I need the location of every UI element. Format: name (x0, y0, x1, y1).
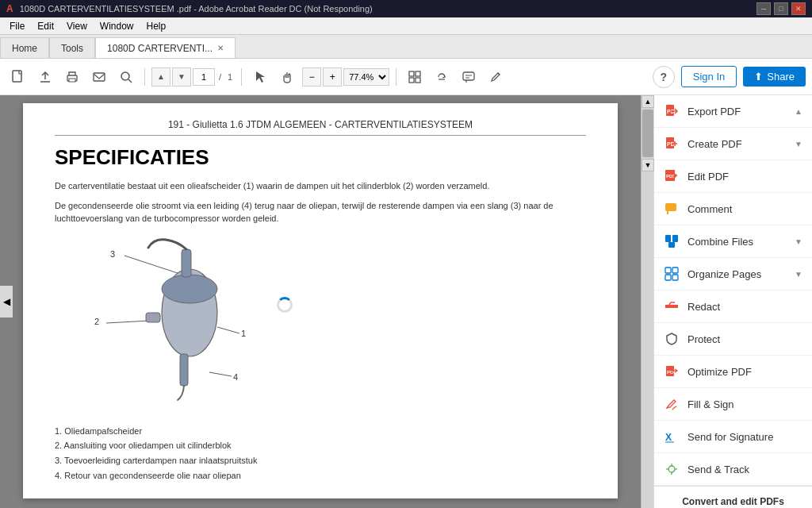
zoom-in-button[interactable]: + (323, 67, 342, 87)
zoom-out-button[interactable]: − (302, 67, 321, 87)
sidebar-item-organize-pages[interactable]: Organize Pages ▼ (654, 258, 812, 291)
sidebar-item-export-pdf[interactable]: PDF Export PDF ▲ (654, 95, 812, 128)
zoom-controls: − + 77.4% 50% 75% 100% 125% (302, 67, 389, 87)
svg-rect-4 (94, 73, 105, 81)
title-bar: A 1080D CARTERVENTILATIESYSTEEM .pdf - A… (0, 0, 812, 17)
svg-rect-45 (672, 275, 678, 280)
svg-point-52 (668, 466, 675, 472)
svg-line-19 (106, 321, 150, 323)
pdf-page-header: 191 - Giulietta 1.6 JTDM ALGEMEEN - CART… (55, 119, 586, 136)
separator-2 (241, 68, 242, 86)
main-content: ◀ 191 - Giulietta 1.6 JTDM ALGEMEEN - CA… (0, 95, 812, 508)
tab-tools-label: Tools (61, 43, 83, 54)
separator-1 (144, 68, 145, 86)
diagram-area: 3 2 1 4 (86, 233, 388, 416)
menu-view[interactable]: View (60, 19, 94, 33)
menu-file[interactable]: File (3, 19, 31, 33)
svg-rect-39 (665, 235, 671, 242)
scrollbar-down-button[interactable]: ▼ (642, 159, 654, 171)
tab-close-button[interactable]: ✕ (217, 44, 224, 52)
menu-edit[interactable]: Edit (31, 19, 60, 33)
comment-sidebar-icon (664, 201, 680, 217)
svg-line-23 (209, 372, 232, 376)
draw-icon[interactable] (484, 65, 508, 89)
share-icon: ⬆ (754, 71, 763, 83)
tab-bar: Home Tools 1080D CARTERVENTI... ✕ (0, 35, 812, 59)
page-number-input[interactable] (193, 68, 215, 86)
maximize-button[interactable]: □ (774, 2, 788, 15)
organize-pages-expand-icon[interactable]: ▼ (795, 270, 802, 279)
svg-text:3: 3 (110, 249, 115, 259)
prev-page-button[interactable]: ▲ (151, 67, 170, 87)
comment-icon[interactable] (457, 65, 481, 89)
edit-pdf-label: Edit PDF (688, 171, 802, 183)
create-pdf-expand-icon[interactable]: ▼ (795, 140, 802, 148)
share-label: Share (767, 71, 795, 83)
menu-window[interactable]: Window (94, 19, 140, 33)
sidebar-item-combine-files[interactable]: Combine Files ▼ (654, 225, 812, 258)
svg-text:1: 1 (241, 329, 246, 338)
part-2: 2. Aansluiting voor oliedampen uit cilin… (55, 438, 586, 453)
pdf-viewer[interactable]: ◀ 191 - Giulietta 1.6 JTDM ALGEMEEN - CA… (0, 95, 641, 508)
print-icon[interactable] (60, 65, 84, 89)
window-title: 1080D CARTERVENTILATIESYSTEEM .pdf - Ado… (20, 4, 373, 13)
signin-button[interactable]: Sign In (681, 66, 737, 87)
new-document-icon[interactable] (6, 65, 30, 89)
sidebar-item-send-track[interactable]: Send & Track (654, 453, 812, 486)
scrollbar-up-button[interactable]: ▲ (642, 95, 654, 108)
sidebar-item-optimize-pdf[interactable]: PDF Optimize PDF (654, 356, 812, 388)
svg-text:X: X (665, 432, 672, 443)
close-button[interactable]: ✕ (791, 2, 806, 15)
svg-point-25 (162, 275, 217, 303)
sidebar-item-redact[interactable]: Redact (654, 291, 812, 323)
sidebar-item-protect[interactable]: Protect (654, 323, 812, 356)
tab-doc-label: 1080D CARTERVENTI... (107, 43, 213, 54)
upload-icon[interactable] (33, 65, 57, 89)
sidebar-item-comment[interactable]: Comment (654, 193, 812, 225)
organize-pages-label: Organize Pages (688, 268, 787, 280)
scrollbar-thumb[interactable] (642, 110, 653, 157)
rotate-icon[interactable] (430, 65, 454, 89)
zoom-select[interactable]: 77.4% 50% 75% 100% 125% (343, 68, 389, 86)
pdf-paragraph-2: De gecondenseerde olie stroomt via een l… (55, 199, 586, 225)
select-tool-icon[interactable] (248, 65, 272, 89)
parts-list: 1. Oliedampafscheider 2. Aansluiting voo… (55, 424, 586, 483)
combine-files-icon (664, 233, 680, 249)
scroll-left-button[interactable]: ◀ (0, 286, 13, 318)
email-icon[interactable] (87, 65, 111, 89)
svg-text:4: 4 (233, 372, 238, 382)
export-pdf-icon: PDF (664, 103, 680, 119)
nav-controls: ▲ ▼ / 1 (151, 67, 235, 87)
export-pdf-collapse-icon[interactable]: ▲ (795, 107, 802, 116)
help-button[interactable]: ? (653, 66, 675, 88)
svg-rect-26 (182, 249, 191, 277)
sidebar-item-send-for-signature[interactable]: X Send for Signature (654, 421, 812, 453)
sidebar-item-create-pdf[interactable]: PDF Create PDF ▼ (654, 128, 812, 160)
svg-rect-7 (409, 71, 414, 76)
next-page-button[interactable]: ▼ (172, 67, 191, 87)
part-4: 4. Retour van gecondenseerde olie naar o… (55, 468, 586, 483)
hand-tool-icon[interactable] (275, 65, 299, 89)
svg-rect-43 (672, 267, 678, 273)
minimize-button[interactable]: ─ (756, 2, 771, 15)
part-1: 1. Oliedampafscheider (55, 424, 586, 439)
protect-icon (664, 331, 680, 347)
combine-files-expand-icon[interactable]: ▼ (795, 237, 802, 246)
tab-tools[interactable]: Tools (49, 37, 95, 58)
page-of-label: / (219, 72, 221, 82)
svg-rect-28 (180, 354, 188, 386)
sidebar-item-edit-pdf[interactable]: PDF Edit PDF (654, 160, 812, 193)
svg-line-21 (217, 327, 239, 333)
sidebar-item-fill-sign[interactable]: Fill & Sign (654, 388, 812, 421)
tab-doc[interactable]: 1080D CARTERVENTI... ✕ (95, 37, 236, 58)
send-for-signature-label: Send for Signature (688, 431, 802, 443)
share-button[interactable]: ⬆ Share (743, 67, 806, 87)
redact-icon (664, 298, 680, 314)
menu-help[interactable]: Help (140, 19, 173, 33)
pdf-scrollbar[interactable]: ▲ ▼ (641, 95, 653, 508)
page-total-label: 1 (228, 72, 232, 82)
search-icon[interactable] (114, 65, 138, 89)
fit-page-icon[interactable] (403, 65, 427, 89)
tab-home[interactable]: Home (0, 37, 49, 58)
pdf-section-title: SPECIFICATIES (55, 145, 586, 170)
